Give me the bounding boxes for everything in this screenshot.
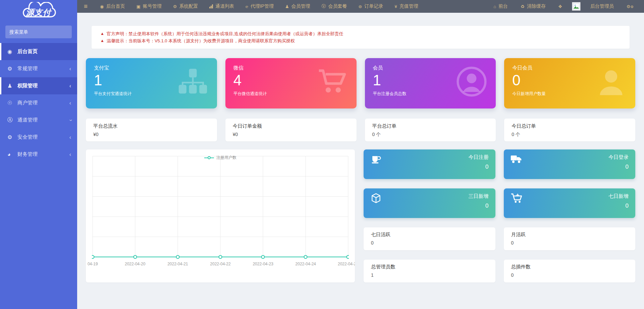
- mini-card-value: 0: [511, 240, 628, 246]
- broken-image-icon: [573, 3, 580, 10]
- topbar-item-system-config[interactable]: ⚙ 系统配置: [167, 0, 204, 13]
- topbar-item-label: 通道列表: [215, 3, 234, 9]
- chevron-left-icon: ‹: [69, 66, 71, 72]
- fullscreen-icon: ✥: [558, 4, 562, 9]
- merchant-icon: ☉: [7, 100, 17, 106]
- tile-label: 今日注册: [469, 154, 489, 161]
- admin-name: 后台管理员: [590, 3, 614, 9]
- version-tip: ▲ 温馨提示：当前版本号：V5.1.0 本系统（源支付）为收费开源项目，商业使用…: [100, 37, 621, 44]
- topbar-item-label: 会员套餐: [328, 3, 347, 9]
- warning-icon: ▲: [100, 30, 104, 37]
- chart-plot-area: 04-19 2022-04-20 2022-04-21 2022-04-22 2…: [92, 154, 349, 268]
- tile-label: 七日新增: [608, 193, 629, 200]
- cart-arrow-down-icon: [511, 193, 523, 205]
- account-icon: ▣: [136, 4, 140, 9]
- chevron-down-icon: ‹: [67, 119, 73, 121]
- topbar-item-recharge[interactable]: ¥ 充值管理: [389, 0, 424, 13]
- chart-legend[interactable]: 注册用户数: [204, 155, 236, 161]
- sidebar-item-finance[interactable]: ◕ 财务管理 ‹: [0, 146, 77, 163]
- user-icon: ♟: [285, 4, 289, 9]
- x-tick-label: 2022-04-20: [125, 262, 145, 266]
- stat-card-wechat: 微信 4 平台微信通道统计: [225, 58, 357, 108]
- truck-icon: [511, 154, 523, 166]
- tile-value: 0: [608, 164, 629, 170]
- topbar-item-label: 会员管理: [291, 3, 310, 9]
- sidebar-item-general[interactable]: ⚙ 常规管理 ‹: [0, 60, 77, 77]
- summary-value: 0 个: [512, 132, 628, 138]
- x-tick-label: 2022-04-25: [338, 262, 355, 266]
- users-icon: ♟: [7, 83, 17, 89]
- gauge-icon: ◉: [7, 48, 17, 55]
- mini-card-value: 0: [371, 240, 488, 246]
- logo-text: 源支付: [26, 7, 51, 18]
- summary-label: 平台总流水: [93, 123, 210, 129]
- finance-icon: ◕: [7, 151, 17, 158]
- topbar-item-label: 订单记录: [365, 3, 383, 9]
- sidebar-item-permissions[interactable]: ♟ 权限管理 ‹: [0, 77, 77, 94]
- gear-icon: ⚙: [173, 4, 177, 9]
- sidebar-item-channel[interactable]: Ⓐ 通道管理 ‹: [0, 112, 77, 129]
- topbar-item-members[interactable]: ♟ 会员管理: [279, 0, 316, 13]
- chart-svg: [92, 154, 349, 259]
- topbar-item-channel-list[interactable]: 通道列表: [204, 0, 240, 13]
- mini-card-label: 总管理员数: [371, 264, 488, 270]
- fullscreen-button[interactable]: ✥: [553, 0, 568, 13]
- topbar: ≡ ◉ 后台首页 ▣ 账号管理 ⚙ 系统配置 通道列表 ℮ 代理IP管理: [77, 0, 644, 13]
- chevron-left-icon: ‹: [69, 151, 71, 158]
- summary-cards-row: 平台总流水 ¥0 今日订单金额 ¥0 平台总订单 0 个 今日总订单 0 个: [86, 119, 635, 141]
- sidebar-item-label: 权限管理: [17, 83, 38, 89]
- admin-app: 源支付 ◉ 后台首页 ⚙ 常规管理 ‹ ♟ 权限管理 ‹: [0, 0, 644, 309]
- x-tick-label: 2022-04-22: [210, 262, 230, 266]
- channel-icon: Ⓐ: [7, 117, 17, 124]
- sidebar-item-merchant[interactable]: ☉ 商户管理 ‹: [0, 94, 77, 112]
- bottom-section: 注册用户数: [86, 149, 635, 282]
- legend-line-icon: [204, 158, 208, 158]
- mini-card-value: 1: [371, 272, 488, 278]
- topbar-item-proxy-ip[interactable]: ℮ 代理IP管理: [240, 0, 279, 13]
- frontend-link[interactable]: ⌂ 前台: [488, 0, 514, 13]
- clear-cache-button[interactable]: ♻ 清除缓存: [515, 0, 551, 13]
- summary-label: 平台总订单: [372, 123, 489, 129]
- sidebar-item-label: 商户管理: [17, 100, 38, 106]
- sidebar: 源支付 ◉ 后台首页 ⚙ 常规管理 ‹ ♟ 权限管理 ‹: [0, 0, 77, 309]
- topbar-item-accounts[interactable]: ▣ 账号管理: [130, 0, 167, 13]
- sidebar-item-label: 后台首页: [17, 48, 38, 55]
- summary-label: 今日总订单: [512, 123, 628, 129]
- stat-card-member: 会员 1 平台注册会员总数: [365, 58, 496, 108]
- stat-card-alipay: 支付宝 1 平台支付宝通道统计: [86, 58, 217, 108]
- cart-icon: [317, 66, 348, 97]
- user-circle-icon: [456, 66, 487, 97]
- avatar[interactable]: [572, 2, 581, 11]
- summary-card-today-amount: 今日订单金额 ¥0: [225, 119, 357, 141]
- sidebar-item-dashboard[interactable]: ◉ 后台首页: [0, 43, 77, 60]
- topbar-item-order-records[interactable]: ⊚ 订单记录: [353, 0, 389, 13]
- hamburger-menu-icon[interactable]: ≡: [77, 3, 94, 10]
- signal-icon: [209, 4, 213, 8]
- topbar-item-member-packages[interactable]: Ⓥ 会员套餐: [316, 0, 353, 13]
- admin-settings-button[interactable]: ⚙⚙: [621, 0, 639, 13]
- sidebar-item-security[interactable]: ⚙ 安全管理 ‹: [0, 129, 77, 146]
- gears-icon: ⚙⚙: [627, 4, 634, 9]
- tile-value: 0: [469, 203, 489, 209]
- summary-value: 0 个: [372, 132, 489, 138]
- sidebar-item-label: 通道管理: [17, 117, 38, 123]
- stat-card-today-member: 今日会员 0 今日新增用户数量: [504, 58, 635, 108]
- summary-card-today-orders: 今日总订单 0 个: [504, 119, 635, 141]
- mini-card-month-active: 月活跃 0: [504, 227, 636, 250]
- sidebar-item-label: 财务管理: [17, 151, 38, 158]
- mini-card-value: 0: [511, 272, 628, 278]
- security-icon: ⚙: [7, 134, 17, 140]
- sidebar-item-label: 安全管理: [17, 134, 38, 140]
- topbar-item-dashboard[interactable]: ◉ 后台首页: [94, 0, 130, 13]
- topbar-item-label: 代理IP管理: [251, 3, 274, 9]
- cogs-icon: ⚙: [7, 65, 17, 72]
- admin-user-menu[interactable]: 后台管理员: [585, 0, 620, 13]
- proxy-ip-icon: ℮: [246, 4, 248, 9]
- search-input[interactable]: [9, 29, 70, 35]
- package-icon: Ⓥ: [322, 3, 326, 9]
- tile-today-register: 今日注册 0: [364, 149, 495, 179]
- tile-today-login: 今日登录 0: [504, 149, 636, 179]
- coffee-icon: [370, 154, 383, 166]
- sidebar-nav: ◉ 后台首页 ⚙ 常规管理 ‹ ♟ 权限管理 ‹ ☉ 商户管理 ‹ Ⓐ 通道管理: [0, 43, 77, 163]
- sitemap-icon: [177, 66, 208, 97]
